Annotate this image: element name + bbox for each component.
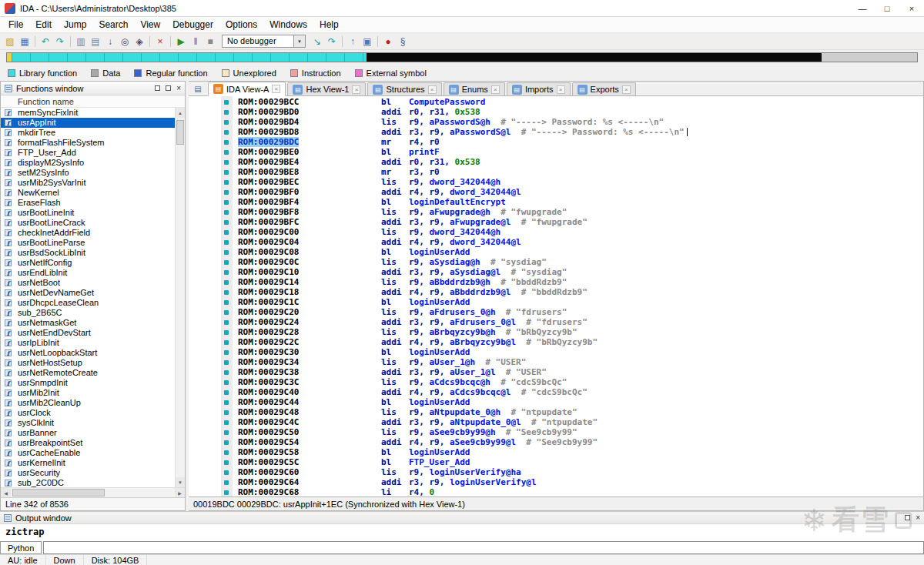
function-list-item[interactable]: fusrClock — [1, 408, 175, 418]
disassembly-line[interactable]: ROM:00029C68lir4, 0 — [189, 487, 923, 496]
function-list-item[interactable]: fusrNetRemoteCreate — [1, 368, 175, 378]
function-list-item[interactable]: fmemSyncFixInit — [1, 108, 175, 118]
close-icon[interactable]: × — [622, 85, 631, 94]
function-list-item[interactable]: fusrNetBoot — [1, 278, 175, 288]
function-list-item[interactable]: fusrBootLineCrack — [1, 218, 175, 228]
function-list-item[interactable]: fNewKernel — [1, 188, 175, 198]
close-icon[interactable]: × — [428, 85, 437, 94]
close-panel-button[interactable]: × — [176, 85, 181, 92]
disassembly-line[interactable]: ROM:00029C1CblloginUserAdd — [189, 297, 923, 307]
disassembly-line[interactable]: ROM:00029C48lisr9, aNtpupdate_0@h # "ntp… — [189, 407, 923, 417]
disassembly-line[interactable]: ROM:00029C24addir3, r9, aFdrusers_0@l # … — [189, 317, 923, 327]
function-list-item[interactable]: fusrBootLineParse — [1, 238, 175, 248]
tab-structures[interactable]: ▤Structures× — [367, 82, 441, 95]
horizontal-scrollbar[interactable]: ◀ ▶ — [1, 487, 185, 497]
function-list-item[interactable]: fusrKernelInit — [1, 458, 175, 468]
function-list-item[interactable]: fsub_2B65C — [1, 308, 175, 318]
close-icon[interactable]: × — [491, 85, 500, 94]
function-list-item[interactable]: fusrNetEndDevStart — [1, 328, 175, 338]
disassembly-line[interactable]: ROM:00029BD0addir0, r31, 0x538 — [189, 107, 923, 117]
function-list-item[interactable]: fusrBreakpointSet — [1, 438, 175, 448]
tab-exports[interactable]: ▤Exports× — [572, 82, 636, 95]
scroll-down-icon[interactable]: ▼ — [176, 477, 185, 487]
navband-segment-library-functions[interactable] — [12, 53, 367, 62]
float-panel-button[interactable] — [905, 515, 910, 520]
close-icon[interactable]: × — [272, 85, 280, 93]
disassembly-line[interactable]: ROM:00029BCCblComputePassword — [189, 97, 923, 107]
window-list-icon[interactable]: ▥ — [74, 35, 88, 48]
disassembly-line[interactable]: ROM:00029C3Clisr9, aCdcs9bcqc@h # "cdcS9… — [189, 377, 923, 387]
function-list-item[interactable]: fusrAppInit — [1, 118, 175, 128]
function-list-item[interactable]: fusrBootLineInit — [1, 208, 175, 218]
menu-options[interactable]: Options — [219, 19, 263, 30]
navband-segment-unexplored-black[interactable] — [367, 53, 822, 62]
window-tile-icon[interactable]: ▤ — [89, 35, 102, 48]
disassembly-line[interactable]: ROM:00029BD8addir3, r9, aPasswordS@l # "… — [189, 127, 923, 137]
navigate-back-icon[interactable]: ↶ — [38, 35, 52, 48]
disassembly-line[interactable]: ROM:00029C00lisr9, dword_342044@h — [189, 227, 923, 237]
function-list-item[interactable]: fusrDhcpcLeaseClean — [1, 298, 175, 308]
menu-jump[interactable]: Jump — [58, 19, 92, 30]
disassembly-line[interactable]: ROM:00029C50lisr9, aSee9cb9y99@h # "See9… — [189, 427, 923, 437]
scroll-up-icon[interactable]: ▲ — [176, 108, 185, 118]
vertical-scrollbar[interactable]: ▲ ▼ — [175, 108, 185, 487]
disassembly-line[interactable]: ROM:00029C10addir3, r9, aSysdiag@l # "sy… — [189, 267, 923, 277]
functions-window-titlebar[interactable]: Functions window × — [1, 82, 185, 95]
function-list-item[interactable]: fusrNetHostSetup — [1, 358, 175, 368]
float-panel-button[interactable] — [166, 85, 171, 91]
function-list-item[interactable]: fsetM2SysInfo — [1, 168, 175, 178]
breakpoint-icon[interactable]: ● — [381, 35, 395, 48]
debugger-combo[interactable]: No debugger▼ — [222, 35, 306, 48]
function-list-item[interactable]: fusrNetIfConfig — [1, 258, 175, 268]
navigate-forward-icon[interactable]: ↷ — [53, 35, 67, 48]
disassembly-line[interactable]: ROM:00029BF4blloginDefaultEncrypt — [189, 197, 923, 207]
disassembly-line[interactable]: ROM:00029C58blloginUserAdd — [189, 447, 923, 457]
tab-hex-view-1[interactable]: ▤Hex View-1× — [287, 82, 366, 95]
search-binary-icon[interactable]: ◈ — [132, 35, 146, 48]
close-icon[interactable]: × — [352, 85, 360, 94]
function-list-item[interactable]: fusrEndLibInit — [1, 268, 175, 278]
tab-ida-view-a[interactable]: ▤IDA View-A× — [208, 82, 286, 96]
cancel-icon[interactable]: × — [153, 35, 167, 48]
disassembly-line[interactable]: ROM:00029C38addir3, r9, aUser_1@l # "USE… — [189, 367, 923, 377]
scroll-left-icon[interactable]: ◀ — [1, 488, 11, 497]
scrollbar-thumb[interactable] — [12, 489, 105, 496]
open-database-icon[interactable]: ▨ — [3, 35, 17, 48]
close-button[interactable]: × — [899, 0, 924, 16]
step-into-icon[interactable]: ↘ — [310, 35, 324, 48]
menu-windows[interactable]: Windows — [263, 19, 313, 30]
disassembly-line[interactable]: ROM:00029C08blloginUserAdd — [189, 247, 923, 257]
disassembly-line[interactable]: ROM:00029BDCmrr4, r0 — [189, 137, 923, 147]
run-until-return-icon[interactable]: ↑ — [346, 35, 360, 48]
function-list-item[interactable]: fusrSnmpdInit — [1, 378, 175, 388]
disassembly-line[interactable]: ROM:00029BE0blprintF — [189, 147, 923, 157]
function-list-item[interactable]: fFTP_User_Add — [1, 148, 175, 158]
disassembly-line[interactable]: ROM:00029BEClisr9, dword_342044@h — [189, 177, 923, 187]
function-list-item[interactable]: fusrCacheEnable — [1, 448, 175, 458]
disassembly-line[interactable]: ROM:00029BD4lisr9, aPasswordS@h # "-----… — [189, 117, 923, 127]
disassembly-line[interactable]: ROM:00029C04addir4, r9, dword_342044@l — [189, 237, 923, 247]
chevron-down-icon[interactable]: ▼ — [293, 35, 305, 47]
output-window-titlebar[interactable]: Output window × — [0, 512, 924, 524]
disassembly-line[interactable]: ROM:00029C5CblFTP_User_Add — [189, 457, 923, 467]
function-list-item[interactable]: fusrSecurity — [1, 468, 175, 478]
debugger-run-icon[interactable]: ▶ — [174, 35, 188, 48]
disassembly-line[interactable]: ROM:00029BF8lisr9, aFwupgrade@h # "fwupg… — [189, 207, 923, 217]
minimize-button[interactable]: — — [850, 0, 875, 16]
function-list-item[interactable]: fsub_2C0DC — [1, 478, 175, 487]
function-list-item[interactable]: fusrNetLoopbackStart — [1, 348, 175, 358]
function-list-item[interactable]: fusrBsdSockLibInit — [1, 248, 175, 258]
function-list-item[interactable]: fcheckInetAddrField — [1, 228, 175, 238]
function-list-item[interactable]: fusrNetmaskGet — [1, 318, 175, 328]
function-list-item[interactable]: fusrBanner — [1, 428, 175, 438]
function-list-item[interactable]: fdisplayM2SysInfo — [1, 158, 175, 168]
disassembly-line[interactable]: ROM:00029BF0addir4, r9, dword_342044@l — [189, 187, 923, 197]
disassembly-line[interactable]: ROM:00029C54addir4, r9, aSee9cb9y99@l # … — [189, 437, 923, 447]
menu-search[interactable]: Search — [92, 19, 134, 30]
disassembly-view[interactable]: ROM:00029BCCblComputePasswordROM:00029BD… — [189, 96, 923, 496]
function-list-item[interactable]: fmkdirTree — [1, 128, 175, 138]
view-list-icon[interactable]: ▤ — [192, 83, 204, 95]
disassembly-line[interactable]: ROM:00029C34lisr9, aUser_1@h # "USER" — [189, 357, 923, 367]
disassembly-line[interactable]: ROM:00029C14lisr9, aBbddrdzb9@h # "bbddR… — [189, 277, 923, 287]
function-list-item[interactable]: fusrNetDevNameGet — [1, 288, 175, 298]
